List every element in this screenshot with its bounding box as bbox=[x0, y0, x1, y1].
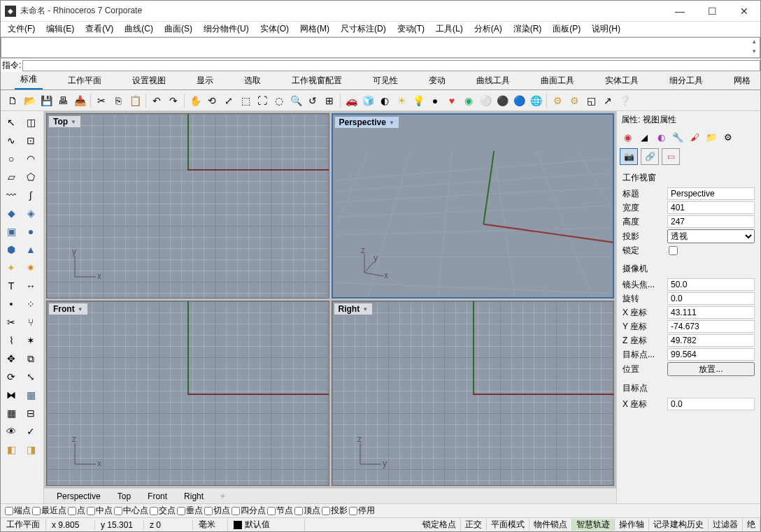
rectangle-icon[interactable]: ▱ bbox=[2, 168, 20, 185]
pane-gumball[interactable]: 操作轴 bbox=[615, 519, 649, 531]
cut-icon[interactable]: ✂ bbox=[94, 93, 109, 108]
tab-solid-tools[interactable]: 实体工具 bbox=[599, 72, 644, 89]
object-props-icon[interactable]: 🔗 bbox=[641, 148, 659, 165]
viewport-label[interactable]: Perspective▼ bbox=[334, 116, 399, 129]
join-icon[interactable]: ⌇ bbox=[2, 332, 20, 349]
open-icon[interactable]: 📂 bbox=[22, 93, 37, 108]
menu-curve[interactable]: 曲线(C) bbox=[122, 22, 156, 36]
box-icon[interactable]: ▣ bbox=[2, 223, 20, 240]
undo-view-icon[interactable]: 🔍 bbox=[288, 93, 304, 108]
tab-viewport-layout[interactable]: 工作视窗配置 bbox=[286, 72, 348, 89]
menu-solid[interactable]: 实体(O) bbox=[257, 22, 292, 36]
mirror-icon[interactable]: ⧓ bbox=[2, 387, 20, 403]
options-icon[interactable]: ⚙ bbox=[550, 93, 565, 108]
tab-subd-tools[interactable]: 细分工具 bbox=[664, 72, 709, 89]
status-cplane[interactable]: 工作平面 bbox=[1, 519, 46, 531]
layer-icon[interactable]: ◧ bbox=[2, 441, 20, 458]
osnap-quad[interactable]: 四分点 bbox=[232, 505, 266, 517]
scroll-down-icon[interactable]: ▾ bbox=[748, 48, 760, 57]
osnap-cen[interactable]: 中心点 bbox=[114, 505, 148, 517]
prop-cam-z[interactable]: 49.782 bbox=[667, 334, 755, 347]
import-icon[interactable]: 📥 bbox=[72, 93, 87, 108]
menu-tools[interactable]: 工具(L) bbox=[433, 22, 466, 36]
copy-icon[interactable]: ⎘ bbox=[111, 93, 126, 108]
material-icon[interactable]: ⚪ bbox=[478, 93, 493, 108]
pane-osnap[interactable]: 物件锁点 bbox=[529, 519, 572, 531]
pan-icon[interactable]: ✋ bbox=[187, 93, 203, 108]
osnap-point[interactable]: 点 bbox=[68, 505, 85, 517]
pane-record-history[interactable]: 记录建构历史 bbox=[649, 519, 709, 531]
viewport-front[interactable]: Front▼ x z bbox=[46, 301, 329, 486]
command-input[interactable] bbox=[22, 60, 760, 71]
mesh-icon[interactable]: ✦ bbox=[2, 259, 20, 276]
cylinder-icon[interactable]: ⬢ bbox=[2, 241, 20, 258]
prop-title[interactable]: Perspective bbox=[667, 187, 755, 200]
print-icon[interactable]: 🖶 bbox=[55, 93, 71, 108]
menu-panel[interactable]: 面板(P) bbox=[550, 22, 583, 36]
rotate-view-icon[interactable]: ⟲ bbox=[204, 93, 220, 108]
viewport-perspective[interactable]: Perspective▼ x y z bbox=[332, 113, 615, 299]
pane-ortho[interactable]: 正交 bbox=[461, 519, 487, 531]
sphere-icon[interactable]: ● bbox=[22, 223, 40, 240]
osnap-near[interactable]: 最近点 bbox=[32, 505, 66, 517]
menu-analyze[interactable]: 分析(A) bbox=[471, 22, 505, 36]
redo-view-icon[interactable]: ↺ bbox=[305, 93, 320, 108]
pane-filter[interactable]: 过滤器 bbox=[709, 519, 743, 531]
render-icon[interactable]: ♥ bbox=[444, 93, 460, 108]
tab-select[interactable]: 选取 bbox=[239, 72, 266, 89]
pointer-icon[interactable]: ↖ bbox=[2, 114, 20, 131]
tab-setview[interactable]: 设置视图 bbox=[127, 72, 171, 89]
viewport-right[interactable]: Right▼ y z bbox=[332, 301, 615, 486]
set-cplane-icon[interactable]: 🚗 bbox=[343, 93, 359, 108]
dim-icon[interactable]: ↔ bbox=[22, 278, 40, 294]
arc-icon[interactable]: ◠ bbox=[22, 150, 40, 167]
four-view-icon[interactable]: ⊞ bbox=[322, 93, 337, 108]
prop-locked[interactable] bbox=[669, 246, 678, 255]
prop-projection[interactable]: 透视 bbox=[667, 229, 755, 243]
libraries-tab-icon[interactable]: 📁 bbox=[704, 130, 719, 144]
osnap-disable[interactable]: 停用 bbox=[349, 505, 375, 517]
menu-edit[interactable]: 编辑(E) bbox=[43, 22, 77, 36]
ungroup-icon[interactable]: ⊟ bbox=[22, 405, 40, 422]
points-on-icon[interactable]: ⁘ bbox=[22, 296, 40, 312]
named-cplane-icon[interactable]: 🧊 bbox=[360, 93, 376, 108]
status-unit[interactable]: 毫米 bbox=[193, 519, 228, 531]
pane-extra[interactable]: 绝 bbox=[743, 519, 760, 531]
shade-icon[interactable]: ● bbox=[427, 93, 443, 108]
help-tab-icon[interactable]: 🔧 bbox=[670, 130, 685, 144]
render-preview-icon[interactable]: ◉ bbox=[461, 93, 476, 108]
menu-render[interactable]: 渲染(R) bbox=[511, 22, 545, 36]
layers-icon[interactable]: ◱ bbox=[583, 93, 599, 108]
zoom-dynamic-icon[interactable]: ⤢ bbox=[221, 93, 236, 108]
redo-icon[interactable]: ↷ bbox=[166, 93, 181, 108]
vptab-perspective[interactable]: Perspective bbox=[52, 490, 105, 503]
viewport-top[interactable]: Top▼ x y bbox=[46, 113, 329, 299]
save-icon[interactable]: 💾 bbox=[38, 93, 54, 108]
close-button[interactable]: ✕ bbox=[728, 1, 760, 22]
viewport-label[interactable]: Right▼ bbox=[334, 303, 374, 315]
tab-surface-tools[interactable]: 曲面工具 bbox=[535, 72, 580, 89]
menu-file[interactable]: 文件(F) bbox=[5, 22, 38, 36]
properties2-icon[interactable]: ◨ bbox=[22, 441, 40, 458]
move-icon[interactable]: ↗ bbox=[600, 93, 616, 108]
prop-width[interactable]: 401 bbox=[667, 201, 755, 214]
chevron-down-icon[interactable]: ▼ bbox=[71, 119, 76, 125]
minimize-button[interactable]: — bbox=[664, 1, 696, 22]
prop-height[interactable]: 247 bbox=[667, 215, 755, 228]
pane-planar[interactable]: 平面模式 bbox=[487, 519, 529, 531]
vptab-add[interactable]: + bbox=[216, 490, 229, 503]
array-icon[interactable]: ▦ bbox=[22, 387, 40, 403]
rotate-icon[interactable]: ⟳ bbox=[2, 368, 20, 385]
chevron-down-icon[interactable]: ▼ bbox=[78, 306, 83, 312]
line-icon[interactable]: ⊡ bbox=[22, 132, 40, 149]
circle-icon[interactable]: ○ bbox=[2, 150, 20, 167]
tab-transform[interactable]: 变动 bbox=[423, 72, 451, 89]
show-icon[interactable]: ✓ bbox=[22, 423, 40, 440]
osnap-int[interactable]: 交点 bbox=[150, 505, 176, 517]
text-icon[interactable]: T bbox=[2, 278, 20, 294]
osnap-tan[interactable]: 切点 bbox=[204, 505, 230, 517]
tab-display[interactable]: 显示 bbox=[191, 72, 219, 89]
prop-cam-y[interactable]: -74.673 bbox=[667, 320, 755, 333]
group-icon[interactable]: ▦ bbox=[2, 405, 20, 422]
curve-icon[interactable]: 〰 bbox=[2, 187, 20, 203]
